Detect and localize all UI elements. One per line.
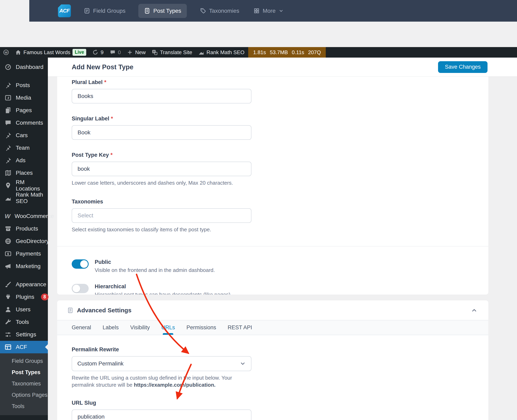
tab-visibility[interactable]: Visibility [130, 320, 150, 335]
sidebar-item-posts[interactable]: Posts [0, 79, 48, 91]
sidebar-item-tools[interactable]: Tools [0, 316, 48, 328]
submenu-label: Post Types [12, 369, 40, 375]
sidebar-label: Cars [16, 132, 28, 139]
tab-label: REST API [228, 324, 252, 331]
qm-queries: 207Q [308, 49, 321, 56]
plugin-icon [5, 293, 12, 300]
acf-toolbar: ACF Field Groups Post Types Taxonomies M… [29, 0, 517, 22]
acf-nav-taxonomies[interactable]: Taxonomies [199, 4, 240, 18]
taxonomies-label-text: Taxonomies [72, 199, 103, 205]
rank-math-menu[interactable]: Rank Math SEO [195, 47, 248, 58]
save-changes-button[interactable]: Save Changes [438, 61, 487, 73]
sidebar-item-payments[interactable]: Payments [0, 248, 48, 260]
qm-page-time: 1.81s [253, 49, 266, 56]
hierarchical-toggle[interactable] [72, 284, 89, 293]
taxonomies-select[interactable] [72, 208, 251, 223]
acf-nav-label: Field Groups [93, 8, 126, 14]
sidebar-item-dashboard[interactable]: Dashboard [0, 61, 48, 73]
submenu-field-groups[interactable]: Field Groups [0, 355, 48, 367]
sidebar-item-ads[interactable]: Ads [0, 154, 48, 167]
tab-label: Permissions [186, 324, 216, 331]
field-label: URL Slug [72, 400, 474, 406]
sidebar-item-team[interactable]: Team [0, 142, 48, 154]
megaphone-icon [5, 263, 12, 270]
sidebar-item-rank-math[interactable]: Rank Math SEO [0, 192, 48, 204]
chevron-up-icon[interactable] [471, 307, 477, 314]
sidebar-item-comments[interactable]: Comments [0, 117, 48, 129]
wp-logo-menu[interactable] [0, 47, 12, 58]
sidebar-item-appearance[interactable]: Appearance [0, 278, 48, 291]
qm-memory: 53.7MB [270, 49, 288, 56]
wp-admin-sidebar: Dashboard Posts Media Pages Comments Car… [0, 58, 48, 420]
sidebar-label: Posts [16, 82, 30, 89]
sidebar-item-plugins[interactable]: Plugins 8 [0, 291, 48, 303]
public-toggle[interactable] [72, 259, 89, 269]
acf-submenu: Field Groups Post Types Taxonomies Optio… [0, 353, 48, 415]
permalink-rewrite-select[interactable]: Custom Permalink [72, 356, 251, 371]
sidebar-label: Plugins [16, 294, 34, 300]
url-slug-field: URL Slug Customize the slug used in the … [72, 400, 474, 420]
post-type-key-helper: Lower case letters, underscores and dash… [72, 179, 474, 187]
sidebar-separator [0, 415, 48, 420]
tab-urls[interactable]: URLs [161, 320, 175, 335]
permalink-rewrite-helper: Rewrite the URL using a custom slug defi… [72, 374, 251, 389]
sidebar-item-acf[interactable]: ACF [0, 341, 48, 353]
tab-general[interactable]: General [72, 320, 91, 335]
globe-icon [5, 238, 12, 245]
submenu-post-types[interactable]: Post Types [0, 367, 48, 378]
advanced-settings-header[interactable]: Advanced Settings [57, 300, 488, 320]
singular-label-input[interactable] [72, 125, 251, 140]
new-content-menu[interactable]: New [124, 47, 149, 58]
sidebar-item-pages[interactable]: Pages [0, 104, 48, 117]
section-divider [57, 246, 488, 247]
rank-math-label: Rank Math SEO [207, 49, 244, 56]
required-asterisk: * [104, 79, 106, 85]
user-icon [5, 306, 12, 313]
tab-rest-api[interactable]: REST API [228, 320, 252, 335]
tab-label: General [72, 324, 91, 331]
post-type-key-input[interactable] [72, 162, 251, 176]
acf-nav-post-types[interactable]: Post Types [138, 4, 187, 18]
translate-site-menu[interactable]: Translate Site [149, 47, 195, 58]
map-icon [5, 170, 12, 176]
comments-menu[interactable]: 0 [107, 47, 124, 58]
translate-label: Translate Site [160, 49, 192, 56]
sidebar-item-media[interactable]: Media [0, 91, 48, 104]
tab-permissions[interactable]: Permissions [186, 320, 216, 335]
sidebar-item-geodirectory[interactable]: GeoDirectory [0, 235, 48, 248]
acf-nav-more[interactable]: More [252, 4, 285, 18]
submenu-label: Field Groups [12, 358, 43, 364]
submenu-options-pages[interactable]: Options Pages [0, 389, 48, 401]
submenu-taxonomies[interactable]: Taxonomies [0, 378, 48, 389]
acf-nav-field-groups[interactable]: Field Groups [83, 4, 127, 18]
sidebar-item-settings[interactable]: Settings [0, 328, 48, 341]
url-slug-input[interactable] [72, 410, 251, 420]
home-icon [15, 49, 21, 55]
public-helper: Visible on the frontend and in the admin… [95, 267, 215, 273]
pin-icon [5, 82, 12, 89]
sidebar-item-places[interactable]: Places [0, 167, 48, 179]
submenu-label: Tools [12, 403, 24, 410]
sidebar-item-products[interactable]: Products [0, 222, 48, 235]
tab-labels[interactable]: Labels [103, 320, 119, 335]
updates-menu[interactable]: 9 [89, 47, 106, 58]
sidebar-item-users[interactable]: Users [0, 303, 48, 316]
site-name-menu[interactable]: Famous Last Words Live [12, 47, 89, 58]
hierarchical-helper: Hierarchical post types can have descend… [95, 292, 232, 294]
sidebar-item-cars[interactable]: Cars [0, 129, 48, 142]
url-slug-label-text: URL Slug [72, 400, 96, 406]
plugins-update-badge: 8 [41, 293, 48, 300]
sidebar-item-woocommerce[interactable]: W WooCommerce [0, 210, 48, 222]
sidebar-label: GeoDirectory [16, 238, 49, 244]
plural-label-input[interactable] [72, 89, 251, 104]
sidebar-item-marketing[interactable]: Marketing [0, 260, 48, 272]
post-types-icon [144, 8, 150, 14]
public-toggle-row: Public Visible on the frontend and in th… [72, 259, 474, 273]
sidebar-item-rm-locations[interactable]: RM Locations [0, 179, 48, 192]
sidebar-separator [0, 272, 48, 278]
public-label: Public [95, 259, 215, 265]
submenu-label: Options Pages [12, 392, 47, 398]
field-groups-icon [84, 8, 90, 14]
submenu-tools[interactable]: Tools [0, 401, 48, 412]
query-monitor-stats[interactable]: 1.81s 53.7MB 0.11s 207Q [248, 47, 326, 58]
